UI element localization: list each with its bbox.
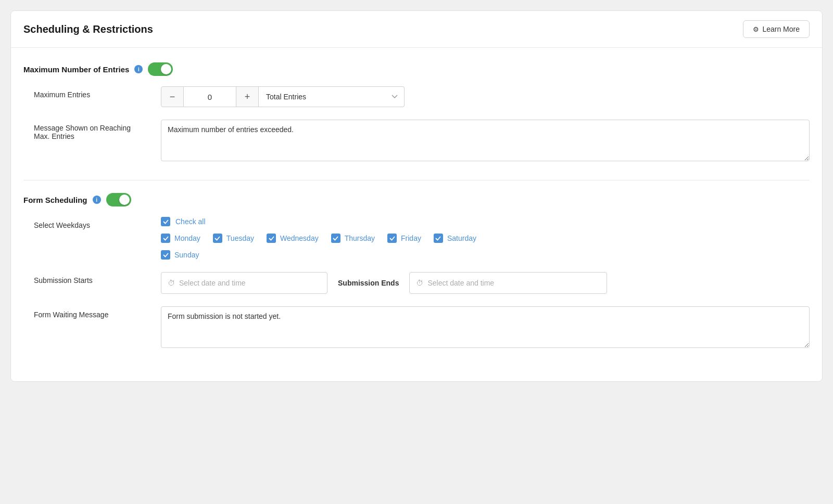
entries-number-input[interactable] <box>184 86 236 107</box>
saturday-checkbox[interactable] <box>434 234 443 243</box>
max-entries-info-icon[interactable]: i <box>134 65 143 73</box>
thursday-checkbox[interactable] <box>331 234 340 243</box>
scheduling-toggle[interactable] <box>106 193 131 206</box>
entries-type-select[interactable]: Total Entries Entries Per User Entries P… <box>259 86 405 107</box>
max-entries-toggle[interactable] <box>148 62 173 76</box>
monday-checkbox[interactable] <box>161 234 170 243</box>
max-entries-row: Maximum Entries − + Total Entries Entrie… <box>23 86 810 107</box>
check-all-checkbox[interactable] <box>161 217 170 226</box>
day-tuesday[interactable]: Tuesday <box>213 234 254 243</box>
learn-more-button[interactable]: ⚙ Learn More <box>743 20 810 38</box>
submission-starts-placeholder: Select date and time <box>179 279 246 287</box>
day-sunday[interactable]: Sunday <box>161 250 199 260</box>
max-entries-title: Maximum Number of Entries <box>23 65 129 74</box>
message-label: Message Shown on ReachingMax. Entries <box>34 120 148 140</box>
max-entries-label: Maximum Entries <box>34 86 148 99</box>
waiting-message-label: Form Waiting Message <box>34 306 148 319</box>
max-entries-message-textarea[interactable]: Maximum number of entries exceeded. <box>161 120 810 161</box>
tuesday-label: Tuesday <box>226 234 254 242</box>
decrement-button[interactable]: − <box>161 86 184 107</box>
friday-label: Friday <box>401 234 421 242</box>
max-entries-section: Maximum Number of Entries i Maximum Entr… <box>23 62 810 163</box>
max-entries-toggle-slider <box>148 62 173 76</box>
submission-ends-placeholder: Select date and time <box>427 279 494 287</box>
scheduling-info-icon[interactable]: i <box>93 196 101 204</box>
thursday-label: Thursday <box>345 234 375 242</box>
message-control: Maximum number of entries exceeded. <box>161 120 810 163</box>
scheduling-title: Form Scheduling <box>23 196 87 204</box>
waiting-message-textarea[interactable]: Form submission is not started yet. <box>161 306 810 348</box>
submission-dates-control: ⏱ Select date and time Submission Ends ⏱… <box>161 272 810 294</box>
waiting-message-control: Form submission is not started yet. <box>161 306 810 350</box>
page-title: Scheduling & Restrictions <box>23 23 153 35</box>
clock-start-icon: ⏱ <box>168 279 175 287</box>
scheduling-header: Form Scheduling i <box>23 193 810 206</box>
day-monday[interactable]: Monday <box>161 234 200 243</box>
learn-more-label: Learn More <box>762 25 800 33</box>
day-friday[interactable]: Friday <box>387 234 421 243</box>
max-entries-control: − + Total Entries Entries Per User Entri… <box>161 86 810 107</box>
sunday-checkbox[interactable] <box>161 250 170 260</box>
submission-row: Submission Starts ⏱ Select date and time… <box>23 272 810 294</box>
main-container: Scheduling & Restrictions ⚙ Learn More M… <box>10 10 823 382</box>
scheduling-toggle-slider <box>106 193 131 206</box>
monday-label: Monday <box>174 234 200 242</box>
message-label-text: Message Shown on ReachingMax. Entries <box>34 124 131 140</box>
wednesday-label: Wednesday <box>280 234 319 242</box>
days-row-1: Monday Tuesday <box>161 234 810 243</box>
check-all-label[interactable]: Check all <box>175 217 206 226</box>
page-header: Scheduling & Restrictions ⚙ Learn More <box>11 11 822 48</box>
submission-dates-row: ⏱ Select date and time Submission Ends ⏱… <box>161 272 810 294</box>
max-entries-header: Maximum Number of Entries i <box>23 62 810 76</box>
friday-checkbox[interactable] <box>387 234 397 243</box>
clock-end-icon: ⏱ <box>416 279 423 287</box>
sunday-label: Sunday <box>174 251 199 259</box>
gear-icon: ⚙ <box>753 25 759 33</box>
day-wednesday[interactable]: Wednesday <box>267 234 319 243</box>
tuesday-checkbox[interactable] <box>213 234 222 243</box>
scheduling-section: Form Scheduling i Select Weekdays <box>23 193 810 350</box>
weekdays-container: Check all Monday <box>161 217 810 260</box>
number-input-group: − + Total Entries Entries Per User Entri… <box>161 86 810 107</box>
submission-starts-label: Submission Starts <box>34 272 148 285</box>
wednesday-checkbox[interactable] <box>267 234 276 243</box>
saturday-label: Saturday <box>447 234 476 242</box>
check-all-row: Check all <box>161 217 810 226</box>
days-row-2: Sunday <box>161 250 810 260</box>
message-row: Message Shown on ReachingMax. Entries Ma… <box>23 120 810 163</box>
page-content: Maximum Number of Entries i Maximum Entr… <box>11 48 822 381</box>
day-saturday[interactable]: Saturday <box>434 234 476 243</box>
waiting-message-row: Form Waiting Message Form submission is … <box>23 306 810 350</box>
day-thursday[interactable]: Thursday <box>331 234 375 243</box>
submission-starts-input[interactable]: ⏱ Select date and time <box>161 272 327 294</box>
increment-button[interactable]: + <box>236 86 259 107</box>
weekdays-row: Select Weekdays Check all <box>23 217 810 260</box>
weekdays-label: Select Weekdays <box>34 217 148 229</box>
submission-ends-label: Submission Ends <box>338 279 399 287</box>
weekdays-control: Check all Monday <box>161 217 810 260</box>
submission-ends-input[interactable]: ⏱ Select date and time <box>409 272 607 294</box>
